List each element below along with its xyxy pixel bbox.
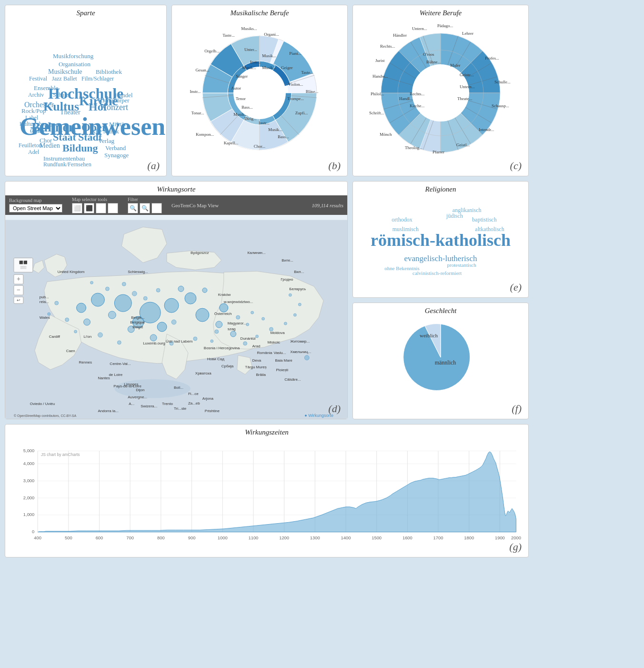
word-theater: Theater (60, 109, 80, 117)
word-organisation: Organisation (59, 61, 91, 68)
selector-label: Map selector tools (72, 197, 118, 202)
svg-text:Musiks...: Musiks... (241, 26, 257, 31)
panel-d-label: (d) (328, 403, 341, 415)
svg-text:rela...: rela... (40, 300, 49, 304)
svg-text:1500: 1500 (372, 536, 382, 540)
svg-text:Geistl...: Geistl... (456, 142, 470, 147)
word-rundfunk/fernsehen: Rundfunk/Fernsehen (43, 161, 91, 167)
svg-point-134 (156, 288, 160, 292)
word-synagoge: Synagoge (104, 152, 129, 159)
svg-text:900: 900 (188, 536, 196, 540)
filter-btn-3[interactable]: ✕ (151, 203, 162, 213)
word-verband: Verband (105, 144, 126, 152)
selector-btn-2[interactable]: ⬛ (84, 203, 94, 213)
svg-text:Tenor: Tenor (236, 96, 246, 101)
svg-text:1000: 1000 (218, 536, 228, 540)
svg-text:Swizera...: Swizera... (141, 404, 157, 408)
bg-map-select[interactable]: Open Street Map (9, 204, 62, 213)
panel-wirkungszeiten: Wirkungszeiten (5, 424, 529, 557)
timeline-svg: 0 1,000 2,000 3,000 4,000 5,000 400 500 … (5, 438, 528, 553)
svg-text:Musik...: Musik... (262, 65, 276, 70)
panel-a-label: (a) (147, 160, 160, 172)
panel-c-label: (c) (510, 160, 522, 172)
svg-point-136 (105, 287, 109, 291)
svg-text:Baia Mare: Baia Mare (275, 358, 292, 363)
svg-text:Rechts...: Rechts... (380, 44, 395, 49)
svg-text:Za...eb: Za...eb (188, 401, 200, 405)
svg-text:Autor: Autor (231, 86, 241, 91)
word-rock/pop: Rock/Pop (21, 107, 46, 115)
svg-point-144 (304, 355, 309, 360)
svg-point-131 (289, 294, 292, 296)
svg-point-113 (231, 331, 236, 337)
selector-btn-1[interactable]: ⬜ (72, 203, 82, 213)
selector-btn-4[interactable]: ↩ (108, 203, 118, 213)
word-adel: Adel (28, 149, 39, 155)
panel-a-title: Sparte (5, 5, 166, 19)
svg-text:Bosnia i Hercegovina: Bosnia i Hercegovina (204, 346, 240, 350)
svg-text:Instr...: Instr... (190, 89, 201, 94)
svg-text:Bydgoszcz: Bydgoszcz (191, 251, 209, 255)
svg-text:Handw...: Handw... (372, 74, 388, 79)
svg-text:2,000: 2,000 (23, 496, 34, 500)
svg-text:Câlsăre...: Câlsăre... (284, 377, 301, 382)
word-ensemble: Ensemble (34, 84, 58, 92)
svg-rect-212 (14, 258, 33, 272)
filter-btn-2[interactable]: 🔍 (140, 203, 150, 213)
svg-text:United Kingdom: United Kingdom (58, 270, 85, 274)
map-toolbar: Background map Open Street Map Map selec… (5, 195, 347, 215)
svg-text:Bass...: Bass... (278, 134, 289, 139)
svg-text:de Loire: de Loire (109, 373, 122, 377)
filter-btn-1[interactable]: 🔍 (128, 203, 138, 213)
svg-text:Sänger: Sänger (236, 74, 248, 79)
svg-text:Belgique: Belgique (130, 320, 145, 324)
svg-text:Belgik...: Belgik... (131, 315, 144, 320)
svg-text:Tonar...: Tonar... (191, 111, 204, 115)
bg-map-section: Background map Open Street Map (9, 198, 62, 213)
map-view[interactable]: United Kingdom Schleswig... Bydgoszcz Ка… (5, 215, 347, 419)
svg-text:Miskolc: Miskolc (267, 340, 280, 344)
svg-text:Organi...: Organi... (264, 32, 279, 37)
svg-point-132 (171, 320, 176, 324)
panel-wirkungsorte: Wirkungsorte Background map Open Street … (5, 181, 348, 419)
svg-text:░░░: ░░░ (20, 266, 27, 269)
svg-text:Philol...: Philol... (371, 91, 384, 96)
svg-text:Untern...: Untern... (460, 84, 475, 89)
svg-text:Taste...: Taste... (222, 33, 235, 38)
map-results: 109,114 results (312, 202, 343, 208)
svg-text:Theate...: Theate... (457, 96, 472, 101)
svg-text:weiblich: weiblich (420, 333, 438, 338)
svg-text:Handl...: Handl... (399, 96, 413, 101)
svg-text:Instr...: Instr... (259, 121, 270, 125)
word-feuilleton: Feuilleton (19, 142, 42, 149)
religion-word-muslimisch: muslimisch (392, 226, 419, 233)
svg-text:Magyaror...: Magyaror... (228, 321, 247, 325)
svg-text:Gesan...: Gesan... (195, 68, 209, 72)
word-cloud-sparte: GemeinwesenHochschuleKircheKultusHofBühn… (5, 19, 166, 167)
svg-text:Violon...: Violon... (288, 82, 303, 87)
religion-word-protestantisch: protestantisch (447, 262, 476, 268)
svg-text:Untern...: Untern... (412, 26, 427, 31)
svg-text:⬛⬛: ⬛⬛ (19, 260, 28, 264)
svg-text:Србија: Србија (221, 364, 234, 368)
svg-text:Li'on: Li'on (84, 334, 92, 339)
selector-btn-3[interactable]: ◱ (96, 203, 106, 213)
donut-chart-c: Lehrer Profes... Schulle... Schausp... I… (367, 21, 514, 164)
svg-point-135 (143, 296, 147, 300)
word-verlag: Verlag (98, 137, 114, 145)
svg-point-119 (74, 330, 77, 333)
svg-text:Deva: Deva (252, 358, 262, 363)
svg-text:Калинин...: Калинин... (248, 251, 266, 255)
svg-point-121 (117, 341, 121, 344)
panel-musikalische-berufe: Musikalische Berufe (171, 5, 348, 176)
donut-b: Organi... Piani... Taste... Bläse... Zup… (172, 19, 347, 167)
svg-point-139 (236, 315, 240, 319)
panel-sparte: Sparte GemeinwesenHochschuleKircheKultus… (5, 5, 167, 176)
svg-text:Rechts...: Rechts... (410, 91, 424, 96)
donut-c: Lehrer Profes... Schulle... Schausp... I… (353, 19, 528, 167)
svg-text:Maler: Maler (450, 63, 461, 68)
svg-text:Unter...: Unter... (244, 47, 257, 52)
svg-text:Гродно: Гродно (281, 277, 293, 282)
svg-text:1900: 1900 (495, 536, 505, 540)
word-alte-musik: Alte Musik (91, 128, 119, 135)
